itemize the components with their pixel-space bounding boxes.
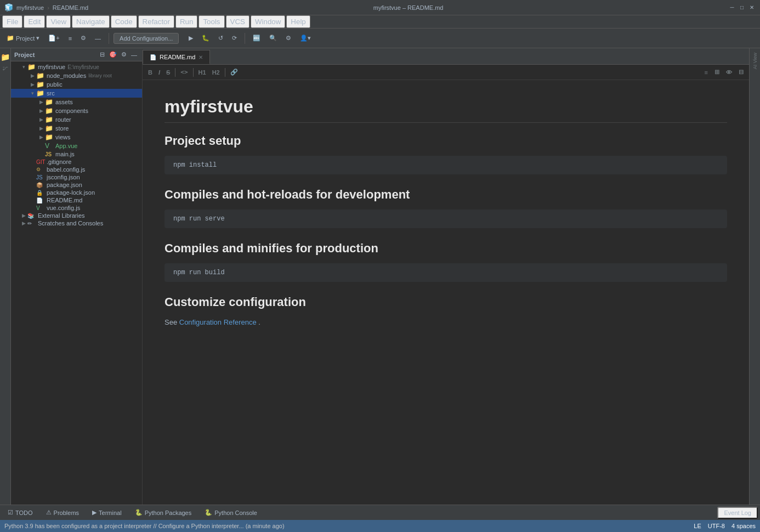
- tree-item-store[interactable]: ▶ 📁 store: [11, 124, 142, 133]
- forward-button[interactable]: ⟳: [229, 33, 240, 43]
- menu-tools[interactable]: Tools: [198, 15, 224, 28]
- code-button[interactable]: <>: [178, 67, 190, 77]
- tree-item-external-libs[interactable]: ▶ 📚 External Libraries: [11, 212, 142, 219]
- menu-file[interactable]: File: [2, 15, 22, 28]
- preview-view-button[interactable]: 👁: [724, 67, 734, 77]
- tree-item-scratches[interactable]: ▶ ✏ Scratches and Consoles: [11, 219, 142, 227]
- tab-todo[interactable]: ☑ TODO: [2, 507, 38, 518]
- editor-content[interactable]: myfirstvue Project setup npm install Com…: [143, 80, 749, 505]
- close-button[interactable]: ✕: [748, 4, 756, 12]
- debug-button[interactable]: 🐛: [198, 33, 213, 43]
- menu-code[interactable]: Code: [111, 15, 137, 28]
- tree-item-public[interactable]: ▶ 📁 public: [11, 80, 142, 89]
- status-bar: Python 3.9 has been configured as a proj…: [0, 520, 760, 532]
- tab-bar: 📄 README.md ✕: [143, 48, 749, 65]
- file-tree: ▾ 📁 myfirstvue E:\myfirstvue ▶ 📁 node_mo…: [11, 61, 142, 505]
- menu-vcs[interactable]: VCS: [226, 15, 249, 28]
- status-text: Python 3.9 has been configured as a proj…: [4, 523, 285, 529]
- italic-button[interactable]: I: [156, 68, 162, 77]
- app-menu: File Edit View Navigate Code Refactor Ru…: [2, 15, 310, 28]
- locate-button[interactable]: 🎯: [107, 50, 118, 59]
- problems-icon: ⚠: [46, 509, 52, 516]
- split-view-button[interactable]: ⊞: [712, 67, 722, 77]
- section-heading-4: Customize configuration: [165, 295, 727, 309]
- tree-item-gitignore[interactable]: GIT .gitignore: [11, 158, 142, 166]
- add-configuration-button[interactable]: Add Configuration...: [114, 33, 179, 44]
- tree-item-main-js[interactable]: JS main.js: [11, 150, 142, 158]
- menu-refactor[interactable]: Refactor: [138, 15, 174, 28]
- tree-item-package-lock[interactable]: 🔒 package-lock.json: [11, 189, 142, 196]
- folder-icon: 📁: [7, 35, 14, 42]
- view-toggle-group: ≡ ⊞ 👁 ⊟: [702, 67, 746, 77]
- profile-button[interactable]: 👤▾: [297, 33, 314, 43]
- event-log-button[interactable]: Event Log: [717, 507, 758, 519]
- left-icon-strip: 📁 ⎇: [0, 48, 11, 505]
- menu-edit[interactable]: Edit: [24, 15, 45, 28]
- tree-item-readme[interactable]: 📄 README.md: [11, 196, 142, 204]
- tree-item-vue-config[interactable]: V vue.config.js: [11, 204, 142, 212]
- menu-help[interactable]: Help: [286, 15, 310, 28]
- h2-button[interactable]: H2: [210, 68, 222, 77]
- menu-view[interactable]: View: [46, 15, 71, 28]
- project-dropdown[interactable]: 📁 Project ▾: [3, 33, 43, 43]
- tab-problems[interactable]: ⚠ Problems: [41, 507, 84, 518]
- tree-item-router[interactable]: ▶ 📁 router: [11, 115, 142, 124]
- menu-navigate[interactable]: Navigate: [72, 15, 110, 28]
- window-title: myfirstvue – README.md: [373, 4, 444, 11]
- current-file: README.md: [53, 4, 88, 11]
- config-reference-link[interactable]: Configuration Reference: [179, 318, 257, 326]
- list-view-button[interactable]: ≡: [702, 67, 710, 77]
- main-layout: 📁 ⎇ Project ⊟ 🎯 ⚙ — ▾ 📁 myfirstvue E:\my…: [0, 48, 760, 505]
- strikethrough-button[interactable]: S: [164, 68, 172, 77]
- tab-terminal[interactable]: ▶ Terminal: [87, 507, 127, 518]
- tree-item-assets[interactable]: ▶ 📁 assets: [11, 98, 142, 106]
- tree-item-app-vue[interactable]: V App.vue: [11, 142, 142, 150]
- tree-item-components[interactable]: ▶ 📁 components: [11, 106, 142, 115]
- bold-button[interactable]: B: [146, 68, 155, 77]
- structure-button[interactable]: ≡: [65, 34, 75, 43]
- minus-button[interactable]: —: [92, 34, 104, 43]
- maximize-button[interactable]: □: [738, 4, 746, 12]
- ai-view-label[interactable]: AI View: [751, 48, 759, 73]
- title-bar-left: 🧊 myfirstvue › README.md: [4, 3, 88, 12]
- translate-button[interactable]: 🔤: [249, 33, 264, 43]
- code-block-1: npm install: [165, 156, 727, 174]
- event-log-label: Event Log: [724, 510, 751, 516]
- tree-item-package-json[interactable]: 📦 package.json: [11, 181, 142, 189]
- md-title: myfirstvue: [165, 97, 727, 123]
- table-view-button[interactable]: ⊟: [736, 67, 746, 77]
- panel-settings-button[interactable]: ⚙: [120, 50, 128, 59]
- tree-item-views[interactable]: ▶ 📁 views: [11, 133, 142, 142]
- collapse-all-button[interactable]: ⊟: [98, 50, 106, 59]
- run-button[interactable]: ▶: [185, 33, 196, 43]
- tree-root[interactable]: ▾ 📁 myfirstvue E:\myfirstvue: [11, 63, 142, 71]
- link-button[interactable]: 🔗: [228, 67, 240, 77]
- minimize-button[interactable]: ─: [728, 4, 736, 12]
- tab-readme[interactable]: 📄 README.md ✕: [143, 50, 210, 64]
- h1-button[interactable]: H1: [196, 68, 208, 77]
- search-button[interactable]: 🔍: [266, 33, 280, 43]
- event-log-area: Event Log: [717, 507, 758, 519]
- cog-button[interactable]: ⚙: [77, 33, 89, 43]
- tab-close-button[interactable]: ✕: [198, 54, 203, 60]
- vcs-icon[interactable]: ⎇: [3, 66, 8, 71]
- project-icon[interactable]: 📁: [1, 53, 10, 61]
- customize-paragraph: See Configuration Reference .: [165, 317, 727, 329]
- settings-button[interactable]: ⚙: [282, 33, 294, 43]
- tab-python-packages[interactable]: 🐍 Python Packages: [129, 507, 197, 518]
- app-icon: 🧊: [4, 3, 13, 12]
- tree-item-node-modules[interactable]: ▶ 📁 node_modules library root: [11, 71, 142, 80]
- menu-window[interactable]: Window: [251, 15, 285, 28]
- panel-close-button[interactable]: —: [129, 50, 139, 59]
- terminal-label: Terminal: [99, 510, 122, 516]
- tree-item-src[interactable]: ▾ 📁 src: [11, 89, 142, 98]
- back-button[interactable]: ↺: [215, 33, 226, 43]
- tree-item-jsconfig[interactable]: JS jsconfig.json: [11, 173, 142, 181]
- new-file-button[interactable]: 📄+: [45, 33, 63, 43]
- menu-run[interactable]: Run: [175, 15, 197, 28]
- tree-item-babel[interactable]: ⚙ babel.config.js: [11, 166, 142, 173]
- code-block-3: npm run build: [165, 263, 727, 282]
- md-separator-2: [193, 68, 194, 77]
- code-block-2: npm run serve: [165, 210, 727, 228]
- tab-python-console[interactable]: 🐍 Python Console: [199, 507, 263, 518]
